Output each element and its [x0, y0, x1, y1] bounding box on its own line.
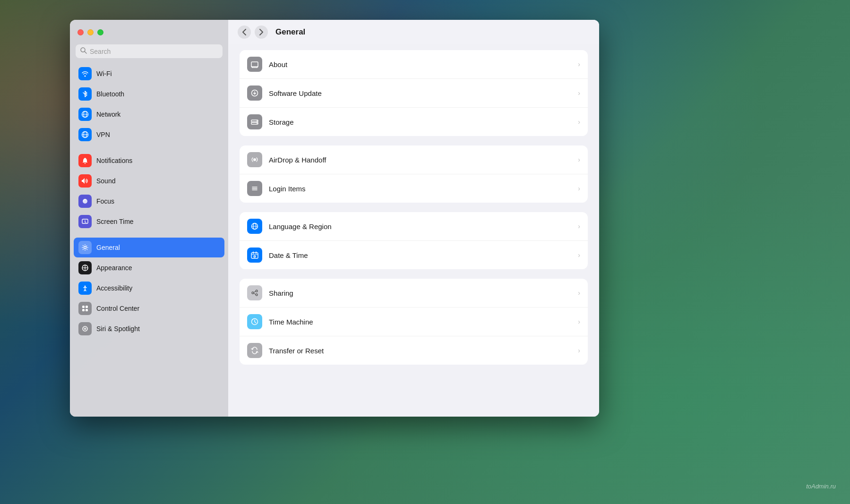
sidebar-item-label: Screen Time [96, 218, 134, 225]
row-label: About [269, 60, 578, 68]
svg-rect-18 [251, 62, 258, 67]
accessibility-icon [78, 282, 92, 295]
appearance-icon [78, 261, 92, 274]
titlebar [70, 20, 228, 44]
sidebar-item-wifi[interactable]: Wi-Fi [74, 64, 224, 84]
sidebar-item-network[interactable]: Network [74, 104, 224, 124]
sidebar-item-siri[interactable]: Siri & Spotlight [74, 319, 224, 339]
chevron-icon: › [578, 185, 580, 192]
row-label: Language & Region [269, 222, 578, 231]
sidebar-item-label: Focus [96, 197, 114, 205]
row-label: Storage [269, 118, 578, 126]
wifi-icon [78, 67, 92, 80]
sidebar-item-screentime[interactable]: Screen Time [74, 212, 224, 231]
sidebar-item-label: General [96, 244, 120, 251]
svg-rect-12 [82, 306, 85, 308]
language-icon [247, 219, 262, 234]
svg-line-43 [254, 293, 256, 294]
vpn-icon [78, 128, 92, 141]
sidebar-item-label: Wi-Fi [96, 70, 112, 77]
main-body: About › Software Update › [228, 44, 599, 417]
sidebar-item-appearance[interactable]: Appearance [74, 258, 224, 278]
sidebar-item-label: Network [96, 111, 120, 118]
svg-point-9 [84, 247, 86, 249]
sidebar-item-label: VPN [96, 131, 110, 138]
close-button[interactable] [77, 29, 84, 35]
general-icon [78, 241, 92, 254]
row-label: AirDrop & Handoff [269, 156, 578, 164]
svg-point-40 [256, 294, 258, 296]
settings-row-datetime[interactable]: Date & Time › [240, 241, 588, 269]
svg-point-41 [252, 292, 254, 294]
settings-row-storage[interactable]: Storage › [240, 108, 588, 136]
minimize-button[interactable] [87, 29, 94, 35]
chevron-icon: › [578, 347, 580, 354]
network-icon [78, 108, 92, 121]
sidebar-item-sound[interactable]: Sound [74, 171, 224, 191]
settings-group-1: About › Software Update › [240, 50, 588, 136]
system-preferences-window: Wi-Fi Bluetooth [70, 20, 599, 417]
sidebar: Wi-Fi Bluetooth [70, 20, 228, 417]
svg-rect-14 [82, 309, 85, 311]
sidebar-item-general[interactable]: General [74, 238, 224, 257]
forward-button[interactable] [255, 26, 268, 39]
sidebar-item-notifications[interactable]: Notifications [74, 151, 224, 171]
page-title: General [275, 27, 305, 37]
svg-rect-15 [86, 309, 88, 311]
chevron-icon: › [578, 156, 580, 163]
settings-group-3: Language & Region › Date [240, 212, 588, 269]
controlcenter-icon [78, 302, 92, 315]
svg-point-39 [256, 290, 258, 292]
row-label: Sharing [269, 289, 578, 297]
sidebar-item-controlcenter[interactable]: Control Center [74, 299, 224, 318]
maximize-button[interactable] [97, 29, 103, 35]
timemachine-icon [247, 314, 262, 329]
sound-icon [78, 174, 92, 188]
settings-group-4: Sharing › Time Machine › [240, 279, 588, 365]
svg-point-11 [85, 286, 86, 287]
sidebar-item-label: Appearance [96, 264, 132, 272]
settings-row-transferreset[interactable]: Transfer or Reset › [240, 336, 588, 365]
settings-row-about[interactable]: About › [240, 50, 588, 79]
sidebar-item-bluetooth[interactable]: Bluetooth [74, 84, 224, 104]
svg-point-17 [84, 328, 86, 330]
settings-row-sharing[interactable]: Sharing › [240, 279, 588, 308]
softwareupdate-icon [247, 85, 262, 101]
chevron-icon: › [578, 289, 580, 297]
sidebar-item-label: Control Center [96, 305, 139, 312]
svg-point-27 [253, 158, 256, 161]
chevron-icon: › [578, 89, 580, 97]
sidebar-item-vpn[interactable]: VPN [74, 125, 224, 145]
search-input[interactable] [90, 48, 218, 55]
settings-row-language[interactable]: Language & Region › [240, 212, 588, 241]
svg-point-25 [257, 120, 258, 121]
transferreset-icon [247, 343, 262, 358]
about-icon [247, 57, 262, 72]
main-content: General About › [228, 20, 599, 417]
main-header: General [228, 20, 599, 44]
row-label: Software Update [269, 89, 578, 97]
settings-row-airdrop[interactable]: AirDrop & Handoff › [240, 145, 588, 174]
sidebar-item-label: Notifications [96, 157, 132, 164]
siri-icon [78, 322, 92, 335]
sidebar-item-focus[interactable]: Focus [74, 191, 224, 211]
chevron-icon: › [578, 318, 580, 325]
sharing-icon [247, 285, 262, 300]
search-bar[interactable] [76, 44, 223, 58]
sidebar-item-label: Siri & Spotlight [96, 325, 140, 333]
loginitems-icon [247, 181, 262, 196]
sidebar-item-label: Accessibility [96, 284, 132, 292]
settings-row-timemachine[interactable]: Time Machine › [240, 308, 588, 336]
search-icon [80, 47, 87, 55]
svg-rect-13 [86, 306, 88, 308]
settings-row-softwareupdate[interactable]: Software Update › [240, 79, 588, 108]
sidebar-item-accessibility[interactable]: Accessibility [74, 278, 224, 298]
row-label: Time Machine [269, 318, 578, 326]
storage-icon [247, 114, 262, 129]
sidebar-scroll: Wi-Fi Bluetooth [70, 64, 228, 417]
focus-icon [78, 195, 92, 208]
chevron-icon: › [578, 251, 580, 259]
back-button[interactable] [238, 26, 251, 39]
svg-point-26 [257, 123, 258, 124]
settings-row-loginitems[interactable]: Login Items › [240, 174, 588, 203]
